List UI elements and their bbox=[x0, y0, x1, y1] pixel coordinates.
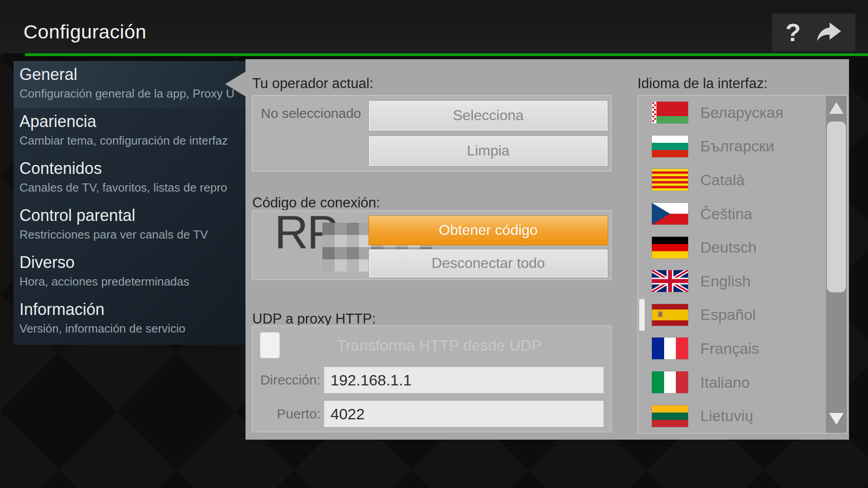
settings-screen: Configuración ? General Configuración ge… bbox=[0, 0, 868, 488]
language-option[interactable]: Български bbox=[638, 130, 827, 164]
udp-proxy-section-label: UDP a proxy HTTP: bbox=[252, 311, 376, 327]
language-name: Български bbox=[700, 137, 774, 155]
scrollbar-down-icon[interactable] bbox=[829, 413, 844, 425]
sidebar-item-title: Apariencia bbox=[19, 112, 241, 131]
language-option[interactable]: Italiano bbox=[638, 366, 827, 399]
operator-section: No seleccionado Selecciona Limpia bbox=[252, 95, 612, 172]
port-label: Puerto: bbox=[253, 401, 321, 427]
flag-icon bbox=[652, 304, 688, 326]
disconnect-all-button[interactable]: Desconectar todo bbox=[368, 249, 608, 278]
language-scrollbar bbox=[826, 96, 847, 433]
flag-icon bbox=[652, 338, 688, 359]
topbar-actions: ? bbox=[772, 14, 855, 52]
language-name: Español bbox=[700, 306, 756, 324]
sidebar-item[interactable]: Diverso Hora, acciones predeterminadas bbox=[14, 249, 245, 296]
sidebar-item-subtitle: Restricciones para ver canals de TV bbox=[19, 227, 241, 242]
operator-value: No seleccionado bbox=[261, 106, 361, 121]
flag-icon bbox=[652, 203, 688, 225]
address-label: Dirección: bbox=[253, 367, 321, 393]
language-name: English bbox=[700, 272, 751, 290]
sidebar-item-title: Control parental bbox=[19, 206, 241, 225]
sidebar-item[interactable]: Apariencia Cambiar tema, configuración d… bbox=[14, 108, 245, 155]
language-name: Čeština bbox=[700, 205, 752, 223]
page-title: Configuración bbox=[24, 21, 146, 43]
language-section-label: Idioma de la interfaz: bbox=[637, 75, 768, 92]
sidebar-item[interactable]: Contenidos Canales de TV, favoritos, lis… bbox=[14, 155, 245, 202]
sidebar-item-subtitle: Versión, información de servicio bbox=[19, 321, 241, 336]
language-option[interactable]: Беларуская bbox=[638, 96, 827, 130]
language-list-rows: Беларуская Български Català Čeština Deut… bbox=[638, 96, 827, 433]
selected-item-pointer-icon bbox=[225, 71, 246, 97]
language-option[interactable]: Français bbox=[638, 332, 827, 366]
language-name: Deutsch bbox=[700, 239, 757, 256]
sidebar-item-title: Diverso bbox=[19, 253, 241, 272]
language-name: Беларуская bbox=[700, 104, 783, 122]
language-option[interactable]: Deutsch bbox=[638, 230, 827, 264]
flag-icon bbox=[652, 102, 688, 123]
accent-divider bbox=[25, 53, 868, 56]
operator-section-label: Tu operador actual: bbox=[252, 75, 373, 92]
sidebar-item-subtitle: Configuración general de la app, Proxy U bbox=[19, 86, 241, 101]
port-input[interactable] bbox=[324, 401, 604, 427]
udp-proxy-section: Transforma HTTP desde UDP Dirección: Pue… bbox=[252, 325, 612, 432]
language-list: Беларуская Български Català Čeština Deut… bbox=[637, 95, 848, 434]
sidebar-item[interactable]: Información Versión, información de serv… bbox=[14, 296, 245, 343]
selected-language-indicator bbox=[639, 299, 645, 331]
transform-http-checkbox-label: Transforma HTTP desde UDP bbox=[337, 332, 542, 358]
sidebar-menu: General Configuración general de la app,… bbox=[14, 61, 245, 345]
get-code-button[interactable]: Obtener código bbox=[368, 216, 608, 245]
sidebar-item-subtitle: Hora, acciones predeterminadas bbox=[19, 274, 241, 289]
exit-arrow-icon[interactable] bbox=[814, 22, 842, 43]
language-name: Français bbox=[700, 340, 759, 357]
language-name: Català bbox=[700, 171, 745, 189]
scrollbar-up-icon[interactable] bbox=[829, 102, 844, 114]
help-icon[interactable]: ? bbox=[785, 20, 801, 45]
language-name: Italiano bbox=[700, 374, 750, 391]
language-option[interactable]: Čeština bbox=[638, 197, 827, 231]
language-option[interactable]: Lietuvių bbox=[638, 399, 827, 433]
clear-operator-button[interactable]: Limpia bbox=[368, 136, 608, 166]
language-option[interactable]: Català bbox=[638, 163, 827, 197]
transform-http-checkbox[interactable] bbox=[260, 332, 280, 358]
scrollbar-thumb[interactable] bbox=[827, 122, 846, 292]
sidebar-item-title: General bbox=[19, 65, 241, 84]
flag-icon bbox=[652, 169, 688, 191]
flag-icon bbox=[652, 270, 688, 292]
settings-panel: Tu operador actual: No seleccionado Sele… bbox=[245, 59, 849, 440]
address-input[interactable] bbox=[324, 367, 604, 393]
flag-icon bbox=[652, 371, 688, 393]
language-option[interactable]: Español bbox=[638, 298, 827, 332]
connection-code-section: RP Obtener código Desconectar todo bbox=[252, 210, 612, 280]
sidebar-item-subtitle: Cambiar tema, configuración de interfaz bbox=[19, 133, 241, 148]
flag-icon bbox=[652, 136, 688, 157]
sidebar-item-title: Información bbox=[19, 300, 241, 319]
flag-icon bbox=[652, 405, 688, 427]
language-option[interactable]: English bbox=[638, 264, 827, 298]
sidebar-item[interactable]: Control parental Restricciones para ver … bbox=[14, 202, 245, 249]
select-operator-button[interactable]: Selecciona bbox=[368, 100, 608, 131]
sidebar-item-title: Contenidos bbox=[19, 159, 241, 178]
language-name: Lietuvių bbox=[700, 407, 753, 425]
top-bar: Configuración ? bbox=[0, 0, 868, 53]
sidebar-item[interactable]: General Configuración general de la app,… bbox=[14, 61, 245, 108]
flag-icon bbox=[652, 237, 688, 258]
sidebar-item-subtitle: Canales de TV, favoritos, listas de repr… bbox=[19, 180, 241, 195]
